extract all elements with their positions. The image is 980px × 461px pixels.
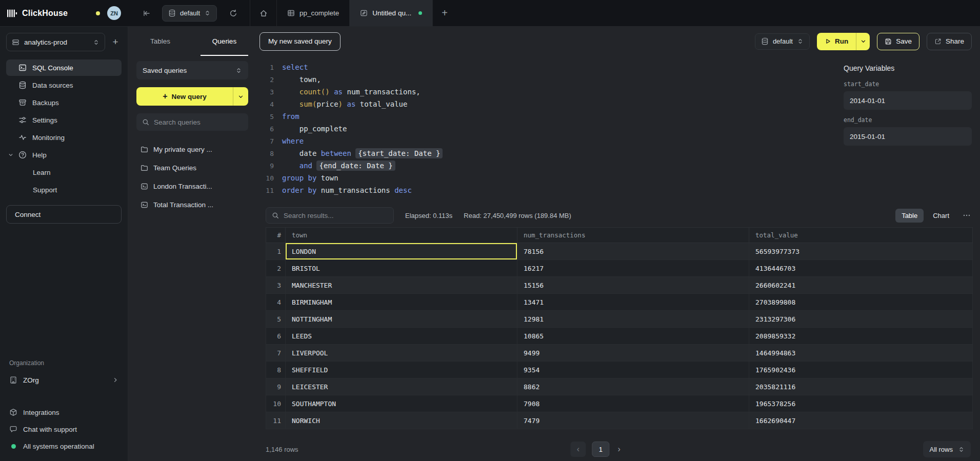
cell-num_transactions[interactable]: 13471: [517, 294, 749, 311]
back-icon[interactable]: [143, 9, 151, 17]
rows-filter-select[interactable]: All rows: [923, 441, 971, 457]
sidebar-item-backups[interactable]: Backups: [6, 94, 122, 111]
cell-town[interactable]: MANCHESTER: [286, 277, 517, 294]
share-button[interactable]: Share: [927, 33, 972, 50]
cell-total_value[interactable]: 1464994863: [749, 345, 973, 362]
sidebar-item-data-sources[interactable]: Data sources: [6, 77, 122, 93]
search-queries-input[interactable]: [154, 118, 243, 126]
sidebar-item-sql-console[interactable]: SQL Console: [6, 59, 122, 76]
cell-num_transactions[interactable]: 78156: [517, 243, 749, 260]
home-button[interactable]: [250, 0, 276, 26]
refresh-icon[interactable]: [229, 9, 237, 17]
sidebar-item-help[interactable]: Help: [6, 147, 122, 163]
sidebar-item-monitoring[interactable]: Monitoring: [6, 129, 122, 146]
cell-town[interactable]: SOUTHAMPTON: [286, 395, 517, 412]
cell-town[interactable]: SHEFFIELD: [286, 362, 517, 378]
cell-town[interactable]: LEEDS: [286, 328, 517, 345]
list-item-query[interactable]: London Transacti...: [136, 177, 248, 195]
cell-num_transactions[interactable]: 9354: [517, 362, 749, 378]
code-line[interactable]: 1select: [259, 61, 835, 73]
list-item-folder[interactable]: My private query ...: [136, 141, 248, 158]
view-table-button[interactable]: Table: [895, 209, 924, 223]
cell-total_value[interactable]: 1662690447: [749, 412, 973, 429]
tab-untitled-query[interactable]: Untitled qu...: [349, 0, 433, 26]
end-date-input[interactable]: [844, 127, 972, 146]
sql-editor[interactable]: 1select2 town,3 count() as num_transacti…: [256, 56, 835, 205]
code-line[interactable]: 2 town,: [259, 73, 835, 86]
saved-queries-filter[interactable]: Saved queries: [136, 61, 248, 79]
cell-total_value[interactable]: 2313297306: [749, 311, 973, 328]
service-selector[interactable]: analytics-prod: [6, 33, 105, 51]
new-query-button[interactable]: + New query: [136, 87, 233, 106]
list-item-folder[interactable]: Team Queries: [136, 159, 248, 176]
cell-town[interactable]: LIVERPOOL: [286, 345, 517, 362]
code-line[interactable]: 9 and {end_date: Date }: [259, 159, 835, 172]
sidebar-item-chat-support[interactable]: Chat with support: [6, 422, 122, 437]
user-avatar[interactable]: ZN: [107, 6, 121, 20]
database-selector[interactable]: default: [162, 5, 217, 22]
sidebar-item-support[interactable]: Support: [6, 182, 122, 198]
column-header-town[interactable]: town: [286, 228, 517, 243]
cell-num_transactions[interactable]: 9499: [517, 345, 749, 362]
tab-tables[interactable]: Tables: [128, 27, 192, 56]
cell-num_transactions[interactable]: 12981: [517, 311, 749, 328]
cell-town[interactable]: LEICESTER: [286, 378, 517, 395]
sidebar-item-settings[interactable]: Settings: [6, 112, 122, 128]
cell-town[interactable]: NOTTINGHAM: [286, 311, 517, 328]
run-options-button[interactable]: [856, 33, 870, 50]
new-tab-button[interactable]: +: [433, 0, 456, 26]
sidebar-item-integrations[interactable]: Integrations: [6, 405, 122, 420]
cell-town[interactable]: LONDON: [286, 243, 517, 260]
cell-num_transactions[interactable]: 7908: [517, 395, 749, 412]
cell-total_value[interactable]: 1765902436: [749, 362, 973, 378]
code-line[interactable]: 10group by town: [259, 172, 835, 184]
cell-total_value[interactable]: 2089859332: [749, 328, 973, 345]
next-page-button[interactable]: ›: [615, 445, 622, 454]
cell-total_value[interactable]: 4136446703: [749, 260, 973, 277]
cell-total_value[interactable]: 2660602241: [749, 277, 973, 294]
cell-num_transactions[interactable]: 15156: [517, 277, 749, 294]
query-title[interactable]: My new saved query: [259, 32, 341, 51]
code-line[interactable]: 4 sum(price) as total_value: [259, 98, 835, 110]
tab-pp-complete[interactable]: pp_complete: [276, 0, 349, 26]
clickhouse-logo[interactable]: ClickHouse: [7, 9, 68, 18]
current-page[interactable]: 1: [592, 442, 609, 457]
cell-num_transactions[interactable]: 16217: [517, 260, 749, 277]
chevron-down-icon[interactable]: [8, 152, 13, 157]
column-header-num-transactions[interactable]: num_transactions: [517, 228, 749, 243]
search-results-input[interactable]: [284, 212, 388, 219]
code-line[interactable]: 5from: [259, 110, 835, 123]
cell-total_value[interactable]: 2703899808: [749, 294, 973, 311]
code-line[interactable]: 8 date between {start_date: Date }: [259, 147, 835, 159]
run-button[interactable]: Run: [817, 33, 856, 50]
new-query-options-button[interactable]: [233, 87, 248, 106]
column-header-index[interactable]: #: [266, 228, 286, 243]
code-line[interactable]: 3 count() as num_transactions,: [259, 86, 835, 98]
cell-total_value[interactable]: 56593977373: [749, 243, 973, 260]
code-line[interactable]: 11order by num_transactions desc: [259, 184, 835, 196]
system-status[interactable]: All systems operational: [6, 438, 122, 454]
cell-town[interactable]: BRISTOL: [286, 260, 517, 277]
editor-database-selector[interactable]: default: [755, 33, 810, 50]
cell-num_transactions[interactable]: 8862: [517, 378, 749, 395]
code-line[interactable]: 7where: [259, 135, 835, 147]
save-button[interactable]: Save: [877, 33, 919, 50]
cell-total_value[interactable]: 2035821116: [749, 378, 973, 395]
organization-selector[interactable]: ZOrg: [6, 372, 122, 388]
cell-town[interactable]: NORWICH: [286, 412, 517, 429]
cell-num_transactions[interactable]: 7479: [517, 412, 749, 429]
cell-total_value[interactable]: 1965378256: [749, 395, 973, 412]
view-chart-button[interactable]: Chart: [927, 209, 955, 223]
search-results-box[interactable]: [266, 207, 394, 224]
cell-num_transactions[interactable]: 10865: [517, 328, 749, 345]
previous-page-button[interactable]: ‹: [570, 442, 586, 457]
cell-town[interactable]: BIRMINGHAM: [286, 294, 517, 311]
tab-queries[interactable]: Queries: [192, 27, 256, 56]
code-line[interactable]: 6 pp_complete: [259, 123, 835, 135]
connect-button[interactable]: Connect: [6, 205, 122, 224]
list-item-query[interactable]: Total Transaction ...: [136, 196, 248, 213]
column-header-total-value[interactable]: total_value: [749, 228, 973, 243]
search-queries-box[interactable]: [136, 113, 248, 131]
start-date-input[interactable]: [844, 91, 972, 110]
more-options-icon[interactable]: [963, 211, 971, 219]
